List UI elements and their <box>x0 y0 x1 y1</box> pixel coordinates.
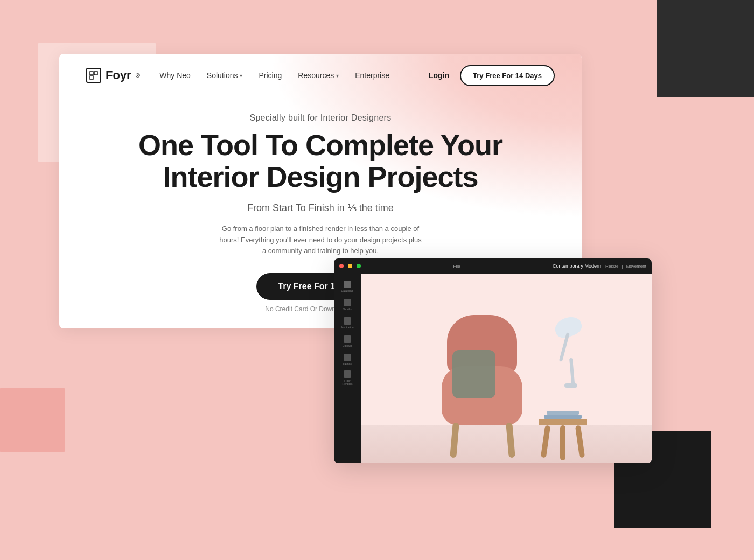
svg-rect-1 <box>94 72 97 75</box>
sidebar-item-uploads: Uploads <box>340 334 355 349</box>
lamp <box>555 318 582 337</box>
nav-link-solutions[interactable]: Solutions ▾ <box>207 71 243 80</box>
bg-decoration-2 <box>0 388 65 452</box>
logo-text: Foyr <box>106 68 131 82</box>
nav-link-resources[interactable]: Resources ▾ <box>298 71 339 80</box>
table-leg-2 <box>575 425 585 458</box>
svg-rect-2 <box>90 76 93 79</box>
chair-leg-front-left <box>450 423 459 458</box>
toolbar-close-dot <box>339 264 344 268</box>
nav-actions: Login Try Free For 14 Days <box>429 65 555 86</box>
mockup-toolbar-title: Contemporary Modern <box>553 263 601 269</box>
sidebar-item-floor-renders: Floor Renders <box>340 370 355 386</box>
navbar: Foyr® Why Neo Solutions ▾ Pricing Resour… <box>59 54 582 97</box>
rotate-icon: | <box>622 264 623 269</box>
hero-subtitle: Specially built for Interior Designers <box>102 113 539 123</box>
mockup-canvas <box>361 274 652 463</box>
svg-rect-0 <box>90 72 93 75</box>
table-book-top <box>544 415 582 419</box>
mockup-sidebar: Catalogue Shortlist Inspiration Uploads … <box>334 274 361 463</box>
side-table <box>539 419 587 425</box>
chair-leg-front-right <box>506 423 515 458</box>
table-leg-3 <box>560 425 566 460</box>
movement-icon: Movement <box>626 264 646 269</box>
nav-links: Why Neo Solutions ▾ Pricing Resources ▾ … <box>159 71 389 80</box>
login-button[interactable]: Login <box>429 71 449 80</box>
sidebar-item-demos: Demos <box>340 352 355 367</box>
hero-title: One Tool To Complete Your Interior Desig… <box>102 129 539 193</box>
resize-icon: Resize <box>605 264 618 269</box>
app-mockup: File Contemporary Modern Resize | Moveme… <box>334 258 652 463</box>
sidebar-item-shortlist: Shortlist <box>340 297 355 312</box>
toolbar-minimize-dot <box>348 264 352 268</box>
mockup-toolbar: File Contemporary Modern Resize | Moveme… <box>334 258 652 274</box>
hero-description: Go from a floor plan to a finished rende… <box>218 223 423 257</box>
table-book-bottom <box>547 411 579 415</box>
table-top <box>539 419 587 425</box>
logo-icon <box>86 68 101 83</box>
nav-link-enterprise[interactable]: Enterprise <box>355 71 389 80</box>
try-free-button[interactable]: Try Free For 14 Days <box>460 65 555 86</box>
toolbar-maximize-dot <box>357 264 361 268</box>
sidebar-item-inspiration: Inspiration <box>340 316 355 331</box>
lamp-base <box>564 383 577 388</box>
bg-decoration-3 <box>657 0 754 97</box>
mockup-body: Catalogue Shortlist Inspiration Uploads … <box>334 274 652 463</box>
hero-tagline: From Start To Finish in ⅓ the time <box>102 202 539 214</box>
table-leg-1 <box>541 425 550 458</box>
nav-link-why-neo[interactable]: Why Neo <box>159 71 191 80</box>
nav-link-pricing[interactable]: Pricing <box>259 71 282 80</box>
chevron-down-icon: ▾ <box>240 73 242 79</box>
sidebar-item-catalogue: Catalogue <box>340 279 355 294</box>
toolbar-icons: Resize | Movement <box>605 264 646 269</box>
logo-trademark: ® <box>136 72 140 79</box>
logo[interactable]: Foyr® <box>86 68 140 83</box>
chair-cushion <box>452 350 495 398</box>
chevron-down-icon-2: ▾ <box>336 73 339 79</box>
chair-scene <box>361 274 652 463</box>
file-menu: File <box>365 264 548 269</box>
